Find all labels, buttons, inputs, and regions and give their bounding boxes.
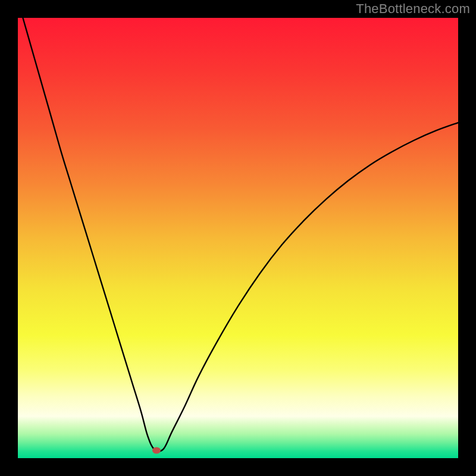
bottleneck-curve bbox=[18, 18, 458, 452]
chart-container: TheBottleneck.com bbox=[0, 0, 476, 476]
plot-area bbox=[18, 18, 458, 458]
minimum-marker bbox=[152, 447, 161, 453]
watermark-text: TheBottleneck.com bbox=[356, 1, 470, 17]
curve-layer bbox=[18, 18, 458, 458]
